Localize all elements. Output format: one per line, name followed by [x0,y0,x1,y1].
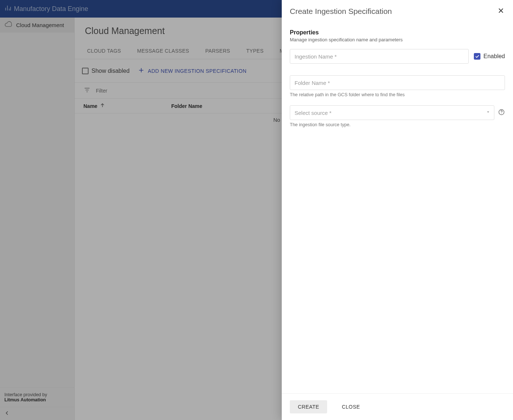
source-select[interactable] [290,105,494,120]
drawer-body: Properties Manage ingestion specificatio… [282,18,513,393]
enabled-label: Enabled [483,53,505,60]
help-icon[interactable] [498,109,505,117]
section-desc: Manage ingestion specification name and … [290,37,505,42]
drawer-header: Create Ingestion Specification [282,0,513,18]
ingestion-name-input[interactable] [290,49,469,64]
create-button[interactable]: CREATE [290,400,327,413]
section-title: Properties [290,29,505,36]
enabled-checkbox[interactable]: Enabled [474,53,505,60]
drawer-title: Create Ingestion Specification [290,7,392,16]
close-drawer-button[interactable]: CLOSE [334,400,368,413]
drawer-footer: CREATE CLOSE [282,393,513,420]
caret-down-icon [486,109,491,116]
close-button[interactable] [497,7,505,16]
source-helper-text: The ingestion file source type. [290,122,505,127]
checkbox-checked-icon [474,53,480,60]
folder-helper-text: The relative path in the GCS folder wher… [290,92,505,97]
close-icon [497,10,505,16]
modal-scrim[interactable] [0,0,282,420]
folder-name-input[interactable] [290,75,505,90]
create-ingestion-drawer: Create Ingestion Specification Propertie… [282,0,513,420]
source-select-input[interactable] [290,105,494,120]
svg-point-1 [501,113,502,113]
